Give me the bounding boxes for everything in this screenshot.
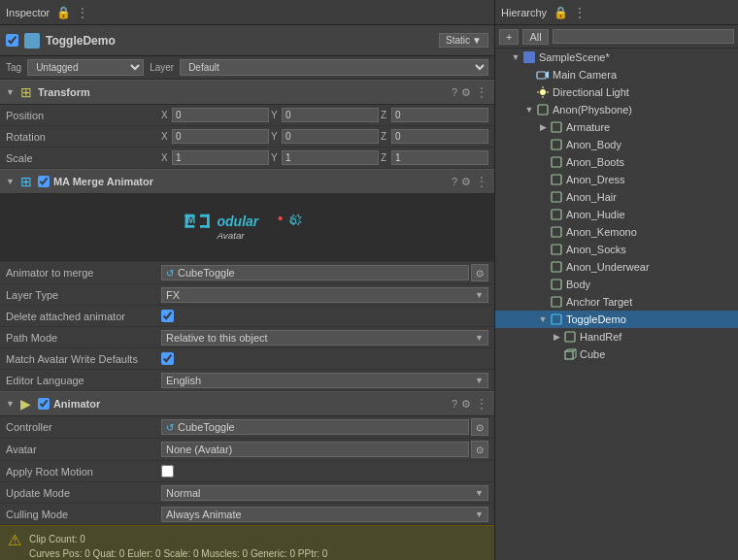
inspector-content: ToggleDemo Static ▼ Tag Untagged Layer D… bbox=[0, 25, 494, 560]
transform-section-header[interactable]: ▼ ⊞ Transform ? ⚙ ⋮ bbox=[0, 80, 494, 105]
inspector-lock-icon[interactable]: 🔒 bbox=[55, 5, 71, 20]
rotation-xyz: X Y Z bbox=[161, 129, 488, 144]
animator-expand-icon: ▼ bbox=[6, 399, 15, 409]
apply-root-motion-checkbox[interactable] bbox=[161, 465, 174, 478]
position-x-input[interactable] bbox=[172, 108, 269, 122]
hierarchy-plus-btn[interactable]: + bbox=[499, 29, 519, 45]
scene-label: SampleScene* bbox=[539, 51, 610, 63]
position-z-input[interactable] bbox=[391, 108, 488, 122]
ma-expand-icon: ▼ bbox=[6, 177, 15, 186]
tree-item-anchor-target[interactable]: Anchor Target bbox=[495, 293, 738, 311]
svg-rect-1 bbox=[29, 38, 35, 44]
tree-item-armature[interactable]: ▶ Armature bbox=[495, 118, 738, 136]
animator-ref-select-btn[interactable]: ⊙ bbox=[471, 264, 488, 281]
animator-settings-icon[interactable]: ⚙ bbox=[461, 398, 471, 411]
tree-item-anon-body[interactable]: Anon_Body bbox=[495, 136, 738, 153]
editor-language-value: English bbox=[166, 375, 201, 386]
culling-mode-dropdown[interactable]: Always Animate ▼ bbox=[161, 507, 488, 522]
tree-item-anon-hair[interactable]: Anon_Hair bbox=[495, 188, 738, 206]
object-active-checkbox[interactable] bbox=[6, 34, 18, 47]
avatar-select-btn[interactable]: ⊙ bbox=[471, 441, 488, 458]
controller-field: Controller ↺ CubeToggle ⊙ bbox=[0, 416, 494, 439]
scale-y-input[interactable] bbox=[282, 150, 379, 165]
svg-rect-26 bbox=[552, 175, 561, 184]
position-y-input[interactable] bbox=[282, 108, 379, 122]
anon-underwear-icon bbox=[550, 260, 563, 274]
animator-help-icon[interactable]: ? bbox=[452, 398, 457, 410]
scene-item[interactable]: ▼ SampleScene* bbox=[495, 49, 738, 66]
layer-select[interactable]: Default bbox=[180, 59, 488, 76]
rotation-y-input[interactable] bbox=[282, 129, 379, 144]
controller-select-btn[interactable]: ⊙ bbox=[471, 418, 488, 436]
anon-boots-label: Anon_Boots bbox=[566, 156, 624, 168]
layer-type-label: Layer Type bbox=[6, 289, 161, 301]
transform-more-icon[interactable]: ⋮ bbox=[475, 85, 488, 99]
animator-ref-icon: ↺ bbox=[166, 268, 174, 279]
position-z-label: Z bbox=[381, 110, 390, 120]
warning-bar: ⚠ Clip Count: 0 Curves Pos: 0 Quat: 0 Eu… bbox=[0, 525, 494, 560]
anon-hudie-icon bbox=[550, 208, 563, 221]
delete-attached-checkbox[interactable] bbox=[161, 310, 174, 322]
tree-item-anon-boots[interactable]: Anon_Boots bbox=[495, 153, 738, 171]
delete-attached-label: Delete attached animator bbox=[6, 311, 161, 322]
rotation-z-label: Z bbox=[381, 131, 390, 142]
scale-x-item: X bbox=[161, 150, 269, 165]
transform-help-icon[interactable]: ? bbox=[452, 86, 457, 98]
tree-item-main-camera[interactable]: Main Camera bbox=[495, 66, 738, 83]
match-avatar-checkbox[interactable] bbox=[161, 352, 174, 365]
path-mode-arrow: ▼ bbox=[475, 333, 484, 343]
tag-select[interactable]: Untagged bbox=[27, 59, 144, 76]
ma-more-icon[interactable]: ⋮ bbox=[475, 175, 488, 188]
svg-point-11 bbox=[278, 216, 282, 220]
tree-item-anon-kemono[interactable]: Anon_Kemono bbox=[495, 223, 738, 241]
hierarchy-all-btn[interactable]: All bbox=[522, 29, 548, 45]
tree-item-anon-physbone[interactable]: ▼ Anon(Physbone) bbox=[495, 101, 738, 118]
tree-item-directional-light[interactable]: Directional Light bbox=[495, 83, 738, 101]
hierarchy-menu-icon[interactable]: ⋮ bbox=[572, 5, 587, 20]
animator-section-header[interactable]: ▼ ▶ Animator ? ⚙ ⋮ bbox=[0, 391, 494, 416]
ma-section-header[interactable]: ▼ ⊞ MA Merge Animator ? ⚙ ⋮ bbox=[0, 169, 494, 194]
scale-x-input[interactable] bbox=[172, 150, 269, 165]
anon-underwear-label: Anon_Underwear bbox=[566, 261, 650, 273]
inspector-header-icons: 🔒 ⋮ bbox=[55, 5, 90, 20]
scale-field: Scale X Y Z bbox=[0, 148, 494, 169]
static-button[interactable]: Static ▼ bbox=[439, 33, 488, 48]
update-mode-dropdown[interactable]: Normal ▼ bbox=[161, 485, 488, 501]
inspector-menu-icon[interactable]: ⋮ bbox=[75, 5, 90, 20]
hierarchy-lock-icon[interactable]: 🔒 bbox=[553, 5, 568, 20]
editor-language-dropdown[interactable]: English ▼ bbox=[161, 373, 488, 388]
hierarchy-header: Hierarchy 🔒 ⋮ bbox=[495, 0, 738, 25]
svg-rect-31 bbox=[552, 262, 561, 272]
animator-active-checkbox[interactable] bbox=[38, 398, 50, 410]
hierarchy-search-input[interactable] bbox=[553, 29, 734, 44]
rotation-z-input[interactable] bbox=[391, 129, 488, 144]
inspector-panel: Inspector 🔒 ⋮ ToggleDemo Static ▼ Ta bbox=[0, 0, 495, 560]
scale-label: Scale bbox=[6, 152, 161, 164]
path-mode-dropdown[interactable]: Relative to this object ▼ bbox=[161, 330, 488, 346]
body-label: Body bbox=[566, 279, 590, 290]
camera-icon bbox=[536, 68, 550, 82]
tree-item-handref[interactable]: ▶ HandRef bbox=[495, 328, 738, 346]
scale-z-label: Z bbox=[381, 152, 390, 163]
svg-rect-7 bbox=[200, 225, 210, 228]
svg-text:M: M bbox=[186, 214, 195, 225]
tree-item-cube[interactable]: Cube bbox=[495, 346, 738, 363]
tree-item-anon-dress[interactable]: Anon_Dress bbox=[495, 171, 738, 188]
tree-item-anon-hudie[interactable]: Anon_Hudie bbox=[495, 206, 738, 223]
animator-more-icon[interactable]: ⋮ bbox=[475, 397, 488, 411]
tree-item-anon-underwear[interactable]: Anon_Underwear bbox=[495, 258, 738, 276]
hierarchy-header-icons: 🔒 ⋮ bbox=[553, 5, 587, 20]
tree-item-toggle-demo[interactable]: ▼ ToggleDemo bbox=[495, 311, 738, 328]
layer-type-dropdown[interactable]: FX ▼ bbox=[161, 287, 488, 303]
scale-z-input[interactable] bbox=[391, 150, 488, 165]
tree-item-anon-socks[interactable]: Anon_Socks bbox=[495, 241, 738, 258]
ma-settings-icon[interactable]: ⚙ bbox=[461, 176, 471, 188]
rotation-x-input[interactable] bbox=[172, 129, 269, 144]
ma-active-checkbox[interactable] bbox=[38, 176, 50, 187]
tree-item-body[interactable]: Body bbox=[495, 276, 738, 293]
animator-to-merge-field: Animator to merge ↺ CubeToggle ⊙ bbox=[0, 262, 494, 284]
transform-settings-icon[interactable]: ⚙ bbox=[461, 86, 471, 99]
position-label: Position bbox=[6, 110, 161, 121]
ma-help-icon[interactable]: ? bbox=[452, 176, 457, 187]
position-y-item: Y bbox=[271, 108, 379, 122]
